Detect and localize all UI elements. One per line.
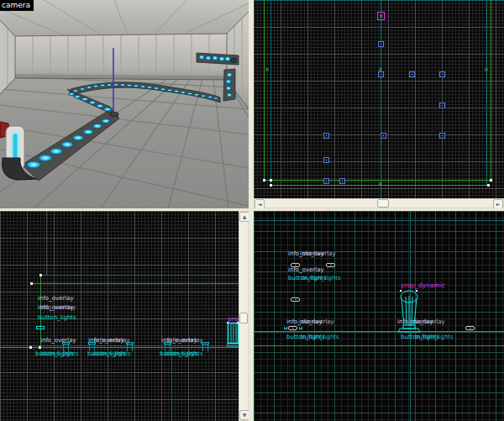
- entity-label: button_lights: [415, 334, 454, 340]
- entity-label: info_overlay: [300, 250, 336, 257]
- hammer-editor-window: camera × × × × × ◄: [0, 0, 504, 421]
- overlay-icon[interactable]: [288, 326, 297, 330]
- entity-label: info_overlay: [288, 266, 324, 273]
- overlay-icon[interactable]: [291, 297, 300, 302]
- vertex-handle[interactable]: [490, 179, 492, 182]
- vertex-handle[interactable]: [270, 184, 272, 187]
- brush-edge-left: [264, 0, 265, 180]
- horizontal-splitter[interactable]: [0, 208, 504, 211]
- viewport-3d-camera[interactable]: camera: [0, 0, 249, 208]
- subfloor-line: [254, 345, 504, 346]
- ceiling: [0, 0, 249, 36]
- entity-marker[interactable]: [439, 71, 445, 77]
- entity-label: info_overlay: [40, 337, 76, 344]
- entity-label: info_overlay: [40, 304, 76, 311]
- axis-line-vertical: [381, 0, 381, 198]
- guide-line: [46, 211, 47, 275]
- scroll-right-icon[interactable]: ►: [493, 199, 503, 208]
- brush-top-line2: [31, 283, 239, 284]
- vertex-handle[interactable]: [487, 184, 490, 187]
- entity-marker[interactable]: [409, 71, 415, 77]
- entity-marker[interactable]: [378, 41, 384, 47]
- viewport-2d-front[interactable]: info_overlay info_overlay info_overlay b…: [0, 211, 249, 421]
- vertex-handle[interactable]: [39, 274, 42, 276]
- entity-marker[interactable]: [339, 178, 345, 184]
- entity-marker[interactable]: [439, 103, 445, 108]
- ceiling-line: [254, 220, 504, 221]
- entity-marker[interactable]: [323, 157, 329, 163]
- vertex-handle[interactable]: [29, 346, 32, 349]
- overlay-icon[interactable]: [465, 326, 475, 330]
- scroll-up-icon[interactable]: ▲: [239, 212, 249, 222]
- entity-label: button_lights: [301, 334, 339, 340]
- brush-top-line: [40, 275, 239, 276]
- vertex-handle[interactable]: [263, 179, 265, 182]
- pedestal-button-2d[interactable]: [398, 288, 420, 335]
- origin-x-handle[interactable]: ×: [483, 66, 490, 73]
- entity-label: button_lights: [92, 350, 131, 357]
- entity-marker[interactable]: [381, 133, 386, 139]
- vertex-handle[interactable]: [270, 179, 272, 182]
- entity-label: info_overlay: [298, 318, 334, 325]
- entity-label: info_overlay: [94, 337, 130, 344]
- floor-line: [254, 331, 504, 332]
- workplane-line: [254, 0, 504, 1]
- viewport-2d-side[interactable]: info_overlay info_overlay info_overlay b…: [254, 211, 504, 421]
- overlay-icon[interactable]: [36, 326, 45, 329]
- unlit-light-corner: [230, 58, 236, 63]
- vertical-scrollbar[interactable]: ▲ ▼: [239, 211, 249, 421]
- entity-marker[interactable]: [439, 133, 445, 139]
- scroll-down-icon[interactable]: ▼: [239, 410, 249, 420]
- light-brush-marker[interactable]: [299, 327, 302, 329]
- vertex-handle[interactable]: [30, 282, 33, 285]
- horizontal-scrollbar[interactable]: ◄ ►: [254, 198, 504, 208]
- 3d-scene: [0, 0, 249, 208]
- unlit-light-junction: [110, 113, 118, 117]
- pedestal-button-2d[interactable]: [227, 322, 239, 348]
- entity-marker[interactable]: [323, 178, 329, 184]
- viewport-title-camera[interactable]: camera: [0, 0, 34, 11]
- brush-edge-right: [491, 0, 491, 180]
- scrollbar-thumb[interactable]: [377, 199, 389, 208]
- viewport-2d-top[interactable]: × × × × × ◄ ►: [254, 0, 504, 208]
- entity-label: button_lights: [40, 350, 79, 357]
- origin-x-handle[interactable]: ×: [264, 66, 270, 73]
- scrollbar-thumb[interactable]: [239, 313, 248, 324]
- selected-entity-marker[interactable]: ×: [377, 12, 385, 20]
- entity-label: button_lights: [302, 275, 341, 282]
- axis-line-vertical: [171, 347, 172, 421]
- vertex-handle[interactable]: [39, 346, 41, 349]
- brush-edge-left-inner: [270, 0, 271, 186]
- entity-marker[interactable]: [323, 133, 329, 139]
- entity-label: button_lights: [165, 350, 203, 357]
- origin-x-handle[interactable]: ×: [377, 181, 384, 187]
- overlay-icon[interactable]: [326, 263, 335, 267]
- light-brush-marker[interactable]: [284, 327, 287, 329]
- scroll-left-icon[interactable]: ◄: [255, 199, 265, 208]
- entity-label: info_overlay: [167, 337, 203, 344]
- entity-marker[interactable]: [378, 71, 384, 77]
- brush-edge-right-inner: [486, 0, 487, 186]
- entity-label: button_lights: [38, 314, 76, 321]
- entity-label: info_overlay: [38, 295, 74, 302]
